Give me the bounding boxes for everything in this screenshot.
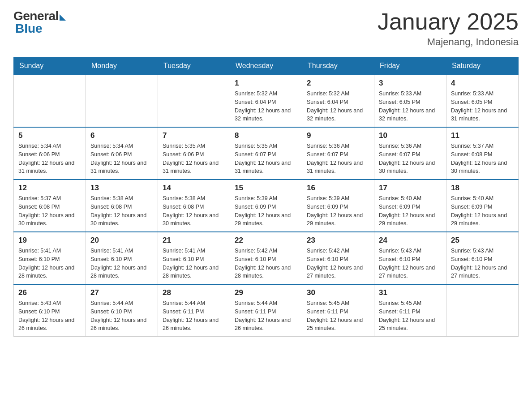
week-row: 19Sunrise: 5:41 AM Sunset: 6:10 PM Dayli… <box>14 232 519 284</box>
day-number: 10 <box>379 131 442 140</box>
day-number: 11 <box>451 131 514 140</box>
day-info: Sunrise: 5:39 AM Sunset: 6:09 PM Dayligh… <box>235 194 297 228</box>
calendar-cell <box>446 284 519 337</box>
calendar-cell: 30Sunrise: 5:45 AM Sunset: 6:11 PM Dayli… <box>302 284 374 337</box>
day-number: 22 <box>235 236 297 245</box>
day-info: Sunrise: 5:44 AM Sunset: 6:10 PM Dayligh… <box>90 299 153 333</box>
calendar-cell: 25Sunrise: 5:43 AM Sunset: 6:10 PM Dayli… <box>446 232 519 284</box>
day-info: Sunrise: 5:44 AM Sunset: 6:11 PM Dayligh… <box>235 299 297 333</box>
calendar-cell: 29Sunrise: 5:44 AM Sunset: 6:11 PM Dayli… <box>230 284 302 337</box>
day-of-week-header: Sunday <box>14 57 86 75</box>
day-number: 14 <box>163 184 225 193</box>
day-number: 29 <box>235 288 297 297</box>
day-number: 2 <box>307 79 369 88</box>
day-number: 20 <box>90 236 153 245</box>
calendar-cell: 4Sunrise: 5:33 AM Sunset: 6:05 PM Daylig… <box>446 75 519 127</box>
day-number: 19 <box>18 236 81 245</box>
month-title: January 2025 <box>378 9 519 34</box>
day-info: Sunrise: 5:39 AM Sunset: 6:09 PM Dayligh… <box>307 194 369 228</box>
calendar-cell: 10Sunrise: 5:36 AM Sunset: 6:07 PM Dayli… <box>374 127 446 180</box>
calendar-cell: 21Sunrise: 5:41 AM Sunset: 6:10 PM Dayli… <box>158 232 230 284</box>
day-number: 15 <box>235 184 297 193</box>
calendar-cell: 13Sunrise: 5:38 AM Sunset: 6:08 PM Dayli… <box>86 180 158 232</box>
day-info: Sunrise: 5:33 AM Sunset: 6:05 PM Dayligh… <box>379 90 442 123</box>
day-info: Sunrise: 5:33 AM Sunset: 6:05 PM Dayligh… <box>451 90 514 123</box>
day-info: Sunrise: 5:35 AM Sunset: 6:06 PM Dayligh… <box>163 142 225 176</box>
day-info: Sunrise: 5:45 AM Sunset: 6:11 PM Dayligh… <box>307 299 369 333</box>
day-info: Sunrise: 5:40 AM Sunset: 6:09 PM Dayligh… <box>451 194 514 228</box>
day-info: Sunrise: 5:34 AM Sunset: 6:06 PM Dayligh… <box>90 142 153 176</box>
calendar-cell: 24Sunrise: 5:43 AM Sunset: 6:10 PM Dayli… <box>374 232 446 284</box>
calendar-cell: 23Sunrise: 5:42 AM Sunset: 6:10 PM Dayli… <box>302 232 374 284</box>
day-number: 23 <box>307 236 369 245</box>
calendar-cell: 1Sunrise: 5:32 AM Sunset: 6:04 PM Daylig… <box>230 75 302 127</box>
calendar-cell: 8Sunrise: 5:35 AM Sunset: 6:07 PM Daylig… <box>230 127 302 180</box>
day-number: 9 <box>307 131 369 140</box>
logo: General Blue <box>13 9 66 36</box>
day-of-week-header: Thursday <box>302 57 374 75</box>
day-number: 24 <box>379 236 442 245</box>
calendar-cell: 7Sunrise: 5:35 AM Sunset: 6:06 PM Daylig… <box>158 127 230 180</box>
day-number: 25 <box>451 236 514 245</box>
day-info: Sunrise: 5:40 AM Sunset: 6:09 PM Dayligh… <box>379 194 442 228</box>
day-number: 16 <box>307 184 369 193</box>
calendar-cell: 27Sunrise: 5:44 AM Sunset: 6:10 PM Dayli… <box>86 284 158 337</box>
week-row: 5Sunrise: 5:34 AM Sunset: 6:06 PM Daylig… <box>14 127 519 180</box>
day-info: Sunrise: 5:41 AM Sunset: 6:10 PM Dayligh… <box>90 247 153 280</box>
logo-blue-text: Blue <box>15 21 43 36</box>
day-number: 7 <box>163 131 225 140</box>
calendar-cell <box>86 75 158 127</box>
calendar-cell: 20Sunrise: 5:41 AM Sunset: 6:10 PM Dayli… <box>86 232 158 284</box>
calendar-cell <box>14 75 86 127</box>
week-row: 12Sunrise: 5:37 AM Sunset: 6:08 PM Dayli… <box>14 180 519 232</box>
calendar-cell: 15Sunrise: 5:39 AM Sunset: 6:09 PM Dayli… <box>230 180 302 232</box>
logo-arrow-icon <box>60 14 66 21</box>
day-info: Sunrise: 5:34 AM Sunset: 6:06 PM Dayligh… <box>18 142 81 176</box>
calendar-cell: 17Sunrise: 5:40 AM Sunset: 6:09 PM Dayli… <box>374 180 446 232</box>
day-of-week-header: Wednesday <box>230 57 302 75</box>
day-of-week-header: Saturday <box>446 57 519 75</box>
day-number: 31 <box>379 288 442 297</box>
day-number: 12 <box>18 184 81 193</box>
day-number: 13 <box>90 184 153 193</box>
day-number: 26 <box>18 288 81 297</box>
calendar-cell: 31Sunrise: 5:45 AM Sunset: 6:11 PM Dayli… <box>374 284 446 337</box>
day-info: Sunrise: 5:32 AM Sunset: 6:04 PM Dayligh… <box>307 90 369 123</box>
day-info: Sunrise: 5:37 AM Sunset: 6:08 PM Dayligh… <box>18 194 81 228</box>
calendar-cell: 16Sunrise: 5:39 AM Sunset: 6:09 PM Dayli… <box>302 180 374 232</box>
day-number: 18 <box>451 184 514 193</box>
calendar-cell: 22Sunrise: 5:42 AM Sunset: 6:10 PM Dayli… <box>230 232 302 284</box>
calendar-cell: 28Sunrise: 5:44 AM Sunset: 6:11 PM Dayli… <box>158 284 230 337</box>
week-row: 1Sunrise: 5:32 AM Sunset: 6:04 PM Daylig… <box>14 75 519 127</box>
calendar-cell: 6Sunrise: 5:34 AM Sunset: 6:06 PM Daylig… <box>86 127 158 180</box>
day-number: 17 <box>379 184 442 193</box>
day-info: Sunrise: 5:43 AM Sunset: 6:10 PM Dayligh… <box>18 299 81 333</box>
day-of-week-header: Monday <box>86 57 158 75</box>
day-info: Sunrise: 5:36 AM Sunset: 6:07 PM Dayligh… <box>379 142 442 176</box>
day-info: Sunrise: 5:38 AM Sunset: 6:08 PM Dayligh… <box>90 194 153 228</box>
day-info: Sunrise: 5:43 AM Sunset: 6:10 PM Dayligh… <box>379 247 442 280</box>
calendar-cell <box>158 75 230 127</box>
calendar-header-row: SundayMondayTuesdayWednesdayThursdayFrid… <box>14 57 519 75</box>
day-of-week-header: Tuesday <box>158 57 230 75</box>
page-header: General Blue January 2025 Majenang, Indo… <box>13 9 519 48</box>
location-text: Majenang, Indonesia <box>378 36 519 48</box>
calendar-cell: 2Sunrise: 5:32 AM Sunset: 6:04 PM Daylig… <box>302 75 374 127</box>
day-info: Sunrise: 5:44 AM Sunset: 6:11 PM Dayligh… <box>163 299 225 333</box>
calendar-cell: 26Sunrise: 5:43 AM Sunset: 6:10 PM Dayli… <box>14 284 86 337</box>
day-number: 8 <box>235 131 297 140</box>
day-number: 5 <box>18 131 81 140</box>
day-number: 3 <box>379 79 442 88</box>
day-info: Sunrise: 5:38 AM Sunset: 6:08 PM Dayligh… <box>163 194 225 228</box>
calendar-cell: 5Sunrise: 5:34 AM Sunset: 6:06 PM Daylig… <box>14 127 86 180</box>
day-info: Sunrise: 5:42 AM Sunset: 6:10 PM Dayligh… <box>235 247 297 280</box>
day-number: 6 <box>90 131 153 140</box>
day-info: Sunrise: 5:32 AM Sunset: 6:04 PM Dayligh… <box>235 90 297 123</box>
day-info: Sunrise: 5:41 AM Sunset: 6:10 PM Dayligh… <box>163 247 225 280</box>
day-info: Sunrise: 5:42 AM Sunset: 6:10 PM Dayligh… <box>307 247 369 280</box>
day-info: Sunrise: 5:35 AM Sunset: 6:07 PM Dayligh… <box>235 142 297 176</box>
calendar-cell: 3Sunrise: 5:33 AM Sunset: 6:05 PM Daylig… <box>374 75 446 127</box>
day-info: Sunrise: 5:36 AM Sunset: 6:07 PM Dayligh… <box>307 142 369 176</box>
week-row: 26Sunrise: 5:43 AM Sunset: 6:10 PM Dayli… <box>14 284 519 337</box>
day-info: Sunrise: 5:41 AM Sunset: 6:10 PM Dayligh… <box>18 247 81 280</box>
